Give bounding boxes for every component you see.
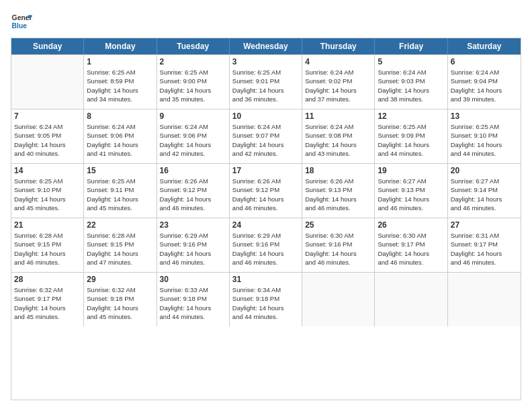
sunset-text: Sunset: 9:17 PM <box>451 240 518 248</box>
daylight-minutes: and 45 minutes. <box>14 312 81 321</box>
day-cell-20: 20Sunrise: 6:27 AMSunset: 9:14 PMDayligh… <box>448 164 521 218</box>
sunset-text: Sunset: 9:18 PM <box>232 294 299 303</box>
day-cell-14: 14Sunrise: 6:25 AMSunset: 9:10 PMDayligh… <box>11 164 84 218</box>
day-cell-5: 5Sunrise: 6:24 AMSunset: 9:03 PMDaylight… <box>375 55 447 109</box>
sunrise-text: Sunrise: 6:24 AM <box>378 68 444 77</box>
daylight-minutes: and 46 minutes. <box>232 258 299 267</box>
day-number: 4 <box>305 57 371 66</box>
sunset-text: Sunset: 9:14 PM <box>451 185 518 194</box>
day-number: 2 <box>160 57 226 66</box>
day-cell-26: 26Sunrise: 6:30 AMSunset: 9:17 PMDayligh… <box>375 218 447 272</box>
daylight-text: Daylight: 14 hours <box>305 86 371 95</box>
day-number: 26 <box>378 220 444 230</box>
daylight-text: Daylight: 14 hours <box>160 304 226 312</box>
daylight-minutes: and 40 minutes. <box>14 149 81 158</box>
sunset-text: Sunset: 9:16 PM <box>305 240 371 248</box>
sunset-text: Sunset: 9:18 PM <box>160 294 226 303</box>
logo-icon: General Blue <box>11 11 32 32</box>
sunset-text: Sunset: 9:16 PM <box>160 240 226 248</box>
daylight-minutes: and 46 minutes. <box>160 203 226 212</box>
sunrise-text: Sunrise: 6:32 AM <box>87 285 153 294</box>
day-number: 5 <box>378 57 444 66</box>
daylight-text: Daylight: 14 hours <box>14 249 81 258</box>
day-cell-31: 31Sunrise: 6:34 AMSunset: 9:18 PMDayligh… <box>230 273 302 326</box>
day-cell-19: 19Sunrise: 6:27 AMSunset: 9:13 PMDayligh… <box>375 164 447 218</box>
day-number: 18 <box>305 166 371 175</box>
sunrise-text: Sunrise: 6:30 AM <box>378 231 444 240</box>
sunrise-text: Sunrise: 6:24 AM <box>305 122 371 131</box>
daylight-text: Daylight: 14 hours <box>14 140 81 149</box>
sunrise-text: Sunrise: 6:28 AM <box>14 231 81 240</box>
daylight-text: Daylight: 14 hours <box>451 195 518 203</box>
day-number: 7 <box>14 111 81 121</box>
sunset-text: Sunset: 9:09 PM <box>378 131 444 140</box>
sunrise-text: Sunrise: 6:32 AM <box>14 285 81 294</box>
day-cell-27: 27Sunrise: 6:31 AMSunset: 9:17 PMDayligh… <box>448 218 521 272</box>
daylight-text: Daylight: 14 hours <box>378 249 444 258</box>
day-number: 25 <box>305 220 371 230</box>
empty-cell <box>448 273 521 326</box>
daylight-text: Daylight: 14 hours <box>451 140 518 149</box>
day-cell-13: 13Sunrise: 6:25 AMSunset: 9:10 PMDayligh… <box>448 109 521 163</box>
sunset-text: Sunset: 9:12 PM <box>232 185 299 194</box>
day-cell-16: 16Sunrise: 6:26 AMSunset: 9:12 PMDayligh… <box>157 164 230 218</box>
page: General Blue SundayMondayTuesdayWednesda… <box>0 0 532 411</box>
daylight-minutes: and 46 minutes. <box>378 203 444 212</box>
calendar-body: 1Sunrise: 6:25 AMSunset: 8:59 PMDaylight… <box>11 54 521 326</box>
day-number: 24 <box>232 220 299 230</box>
sunset-text: Sunset: 9:06 PM <box>160 131 226 140</box>
daylight-minutes: and 34 minutes. <box>87 95 153 103</box>
sunrise-text: Sunrise: 6:31 AM <box>451 231 518 240</box>
daylight-minutes: and 46 minutes. <box>305 203 371 212</box>
cal-week-4: 28Sunrise: 6:32 AMSunset: 9:17 PMDayligh… <box>11 272 521 326</box>
cal-week-3: 21Sunrise: 6:28 AMSunset: 9:15 PMDayligh… <box>11 218 521 272</box>
daylight-text: Daylight: 14 hours <box>160 86 226 95</box>
sunset-text: Sunset: 9:18 PM <box>87 294 153 303</box>
daylight-text: Daylight: 14 hours <box>232 249 299 258</box>
day-number: 27 <box>451 220 518 230</box>
daylight-text: Daylight: 14 hours <box>451 249 518 258</box>
daylight-minutes: and 46 minutes. <box>160 258 226 267</box>
daylight-minutes: and 46 minutes. <box>378 258 444 267</box>
day-cell-1: 1Sunrise: 6:25 AMSunset: 8:59 PMDaylight… <box>84 55 157 109</box>
sunrise-text: Sunrise: 6:26 AM <box>232 177 299 185</box>
daylight-text: Daylight: 14 hours <box>160 195 226 203</box>
day-number: 17 <box>232 166 299 175</box>
day-number: 28 <box>14 275 81 284</box>
day-number: 13 <box>451 111 518 121</box>
day-cell-23: 23Sunrise: 6:29 AMSunset: 9:16 PMDayligh… <box>157 218 230 272</box>
day-cell-7: 7Sunrise: 6:24 AMSunset: 9:05 PMDaylight… <box>11 109 84 163</box>
daylight-minutes: and 41 minutes. <box>87 149 153 158</box>
sunset-text: Sunset: 9:01 PM <box>232 77 299 85</box>
sunset-text: Sunset: 9:08 PM <box>305 131 371 140</box>
sunset-text: Sunset: 9:15 PM <box>87 240 153 248</box>
day-number: 3 <box>232 57 299 66</box>
sunset-text: Sunset: 9:06 PM <box>87 131 153 140</box>
sunrise-text: Sunrise: 6:33 AM <box>160 285 226 294</box>
calendar: SundayMondayTuesdayWednesdayThursdayFrid… <box>11 38 521 400</box>
header-day-thursday: Thursday <box>302 38 375 54</box>
day-cell-11: 11Sunrise: 6:24 AMSunset: 9:08 PMDayligh… <box>302 109 375 163</box>
daylight-minutes: and 45 minutes. <box>14 203 81 212</box>
daylight-minutes: and 38 minutes. <box>378 95 444 103</box>
day-cell-29: 29Sunrise: 6:32 AMSunset: 9:18 PMDayligh… <box>84 273 157 326</box>
sunset-text: Sunset: 9:12 PM <box>160 185 226 194</box>
sunrise-text: Sunrise: 6:28 AM <box>87 231 153 240</box>
daylight-text: Daylight: 14 hours <box>160 249 226 258</box>
daylight-text: Daylight: 14 hours <box>87 249 153 258</box>
daylight-text: Daylight: 14 hours <box>87 140 153 149</box>
day-number: 1 <box>87 57 153 66</box>
day-number: 9 <box>160 111 226 121</box>
day-number: 31 <box>232 275 299 284</box>
sunset-text: Sunset: 9:00 PM <box>160 77 226 85</box>
sunrise-text: Sunrise: 6:27 AM <box>451 177 518 185</box>
daylight-text: Daylight: 14 hours <box>305 140 371 149</box>
daylight-minutes: and 45 minutes. <box>87 203 153 212</box>
sunrise-text: Sunrise: 6:25 AM <box>14 177 81 185</box>
sunrise-text: Sunrise: 6:25 AM <box>451 122 518 131</box>
sunset-text: Sunset: 9:16 PM <box>232 240 299 248</box>
svg-text:Blue: Blue <box>12 22 28 30</box>
sunrise-text: Sunrise: 6:24 AM <box>87 122 153 131</box>
daylight-text: Daylight: 14 hours <box>14 195 81 203</box>
day-number: 6 <box>451 57 518 66</box>
